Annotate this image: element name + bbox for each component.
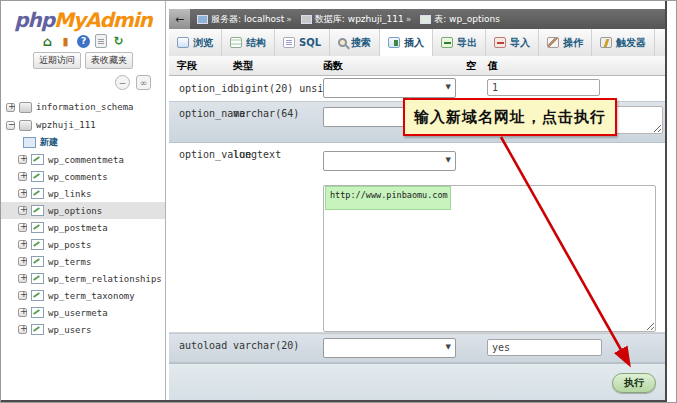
breadcrumb-db-label[interactable]: 数据库: (315, 13, 345, 26)
field-type: longtext (233, 149, 281, 160)
sidebar-new-table[interactable]: 新建 (1, 134, 165, 151)
docs-icon[interactable] (95, 34, 107, 48)
breadcrumb-table-value[interactable]: wp_options (449, 14, 500, 24)
sidebar-quick-tabs: 近期访问 表收藏夹 (1, 52, 165, 69)
expand-icon[interactable] (18, 240, 27, 249)
tab-browse[interactable]: 浏览 (169, 29, 222, 56)
window-bottom-border (1, 400, 667, 402)
export-icon (441, 37, 453, 48)
tab-label: 搜索 (351, 36, 371, 50)
go-button[interactable]: 执行 (612, 373, 656, 393)
function-select[interactable] (323, 78, 456, 98)
sidebar-table-wp-users[interactable]: wp_users (1, 321, 165, 338)
insert-icon (388, 37, 400, 48)
logout-icon[interactable] (59, 35, 72, 48)
table-label: wp_links (48, 189, 91, 199)
breadcrumb-separator: » (406, 14, 412, 24)
value-input-option-id[interactable] (487, 79, 600, 96)
expand-icon[interactable] (18, 291, 27, 300)
expand-icon[interactable] (18, 189, 27, 198)
wrench-icon (547, 37, 559, 48)
triggers-icon (600, 37, 612, 48)
table-label: wp_term_taxonomy (48, 291, 135, 301)
collapse-icon[interactable] (6, 121, 15, 130)
tab-sql[interactable]: SQL (275, 29, 330, 56)
sidebar-table-wp-term-taxonomy[interactable]: wp_term_taxonomy (1, 287, 165, 304)
tab-operations[interactable]: 操作 (539, 29, 592, 56)
tab-export[interactable]: 导出 (433, 29, 486, 56)
tab-label: 触发器 (616, 36, 646, 50)
form-header-row: 字段 类型 函数 空 值 (169, 56, 666, 76)
function-select[interactable] (323, 151, 456, 171)
table-icon (31, 222, 44, 233)
sidebar-table-wp-options[interactable]: wp_options (1, 202, 165, 219)
tab-insert[interactable]: 插入 (380, 29, 433, 56)
browse-icon (177, 37, 189, 48)
sidebar-table-wp-commentmeta[interactable]: wp_commentmeta (1, 151, 165, 168)
phpmyadmin-window: phpMyAdmin 近期访问 表收藏夹 − ∞ information_sch… (0, 0, 677, 403)
breadcrumb-server-label[interactable]: 服务器: (211, 13, 241, 26)
phpmyadmin-logo: phpMyAdmin (1, 8, 165, 32)
server-icon (197, 15, 208, 24)
tab-label: 结构 (246, 36, 266, 50)
table-icon (31, 324, 44, 335)
expand-icon[interactable] (6, 103, 15, 112)
link-panes-icon[interactable]: ∞ (136, 75, 151, 90)
table-label: wp_usermeta (48, 308, 108, 318)
sidebar-nav-icons (1, 34, 165, 48)
sidebar-table-wp-comments[interactable]: wp_comments (1, 168, 165, 185)
table-label: wp_postmeta (48, 223, 108, 233)
sidebar-db-information-schema[interactable]: information_schema (1, 98, 165, 116)
table-label: wp_options (48, 206, 102, 216)
tab-import[interactable]: 导入 (486, 29, 539, 56)
expand-icon[interactable] (18, 155, 27, 164)
new-table-icon (23, 137, 36, 148)
table-icon (31, 154, 44, 165)
sidebar-table-wp-links[interactable]: wp_links (1, 185, 165, 202)
database-icon (19, 120, 32, 131)
logo-myadmin: MyAdmin (54, 8, 152, 32)
sidebar-table-wp-term-relationships[interactable]: wp_term_relationships (1, 270, 165, 287)
header-field: 字段 (177, 59, 197, 73)
expand-icon[interactable] (18, 206, 27, 215)
sidebar-table-wp-terms[interactable]: wp_terms (1, 253, 165, 270)
table-icon (31, 188, 44, 199)
tab-search[interactable]: 搜索 (330, 29, 380, 56)
back-arrow-icon[interactable]: ← (169, 9, 190, 29)
breadcrumb-table-label[interactable]: 表: (434, 13, 446, 26)
db-label: information_schema (36, 102, 134, 112)
tab-structure[interactable]: 结构 (222, 29, 275, 56)
collapse-all-icon[interactable]: − (115, 75, 130, 90)
favorite-tables-button[interactable]: 表收藏夹 (85, 52, 133, 69)
breadcrumb-server-value[interactable]: localhost (244, 14, 284, 24)
logo-php: php (14, 8, 54, 32)
tab-label: 导出 (457, 36, 477, 50)
recent-tables-button[interactable]: 近期访问 (33, 52, 81, 69)
table-label: wp_comments (48, 172, 108, 182)
expand-icon[interactable] (18, 257, 27, 266)
expand-icon[interactable] (18, 308, 27, 317)
sidebar-table-wp-usermeta[interactable]: wp_usermeta (1, 304, 165, 321)
home-icon[interactable] (41, 35, 54, 48)
tab-label: 导入 (510, 36, 530, 50)
value-input-autoload[interactable] (487, 339, 602, 356)
database-icon (19, 102, 32, 113)
expand-icon[interactable] (18, 325, 27, 334)
table-label: wp_term_relationships (48, 274, 162, 284)
expand-icon[interactable] (18, 172, 27, 181)
sidebar-table-wp-postmeta[interactable]: wp_postmeta (1, 219, 165, 236)
annotation-callout: 输入新域名网址，点击执行 (403, 98, 617, 136)
help-icon[interactable] (77, 35, 90, 48)
expand-icon[interactable] (18, 274, 27, 283)
function-select[interactable] (323, 338, 456, 358)
sidebar-table-wp-posts[interactable]: wp_posts (1, 236, 165, 253)
search-icon (338, 38, 347, 47)
new-table-label: 新建 (40, 136, 58, 149)
tab-triggers[interactable]: 触发器 (592, 29, 655, 56)
breadcrumb-db-value[interactable]: wpzhuji_111 (348, 14, 404, 24)
header-type: 类型 (233, 59, 253, 73)
refresh-icon[interactable] (112, 35, 125, 48)
expand-icon[interactable] (18, 223, 27, 232)
sql-icon (283, 37, 295, 48)
sidebar-db-wpzhuji-111[interactable]: wpzhuji_111 (1, 116, 165, 134)
